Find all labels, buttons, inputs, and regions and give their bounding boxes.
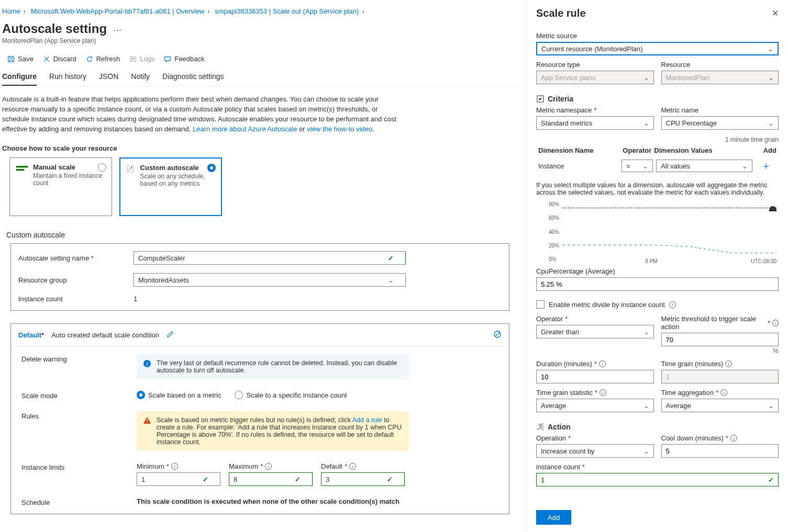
schedule-note: This scale condition is executed when no… [137, 497, 399, 505]
breadcrumb-item[interactable]: Home [2, 7, 20, 15]
svg-point-10 [539, 424, 542, 427]
rules-label: Rules [21, 411, 137, 420]
svg-rect-7 [147, 419, 147, 422]
tab-notify[interactable]: Notify [131, 72, 150, 86]
schedule-label: Schedule [21, 497, 137, 506]
action-icon [536, 423, 545, 431]
tab-configure[interactable]: Configure [2, 72, 37, 86]
scale-rule-blade: Scale rule ✕ Metric source Current resou… [526, 0, 788, 532]
divide-checkbox[interactable] [536, 300, 545, 309]
choice-custom[interactable]: Custom autoscale Scale on any schedule, … [119, 157, 222, 216]
delete-info: i The very last or default recurrence ru… [137, 354, 409, 379]
blade-title: Scale rule ✕ [536, 7, 779, 19]
info-icon[interactable]: i [600, 389, 606, 396]
svg-rect-8 [147, 422, 147, 423]
tabs: Configure Run history JSON Notify Diagno… [0, 67, 518, 86]
svg-rect-1 [16, 166, 28, 167]
default-input[interactable]: 3✓ [321, 472, 405, 486]
resource-type-label: Resource type [536, 61, 654, 69]
save-button[interactable]: Save [7, 55, 34, 63]
breadcrumb-item[interactable]: smpapi38336353 | Scale out (App Service … [215, 7, 359, 15]
info-icon[interactable]: i [772, 320, 779, 326]
action-header: Action [536, 423, 779, 431]
mode-metric[interactable]: Scale based on a metric [137, 391, 221, 399]
close-icon[interactable]: ✕ [772, 8, 779, 18]
feedback-icon [164, 55, 171, 63]
duration-input[interactable] [536, 370, 654, 383]
limits-label: Instance limits [21, 462, 137, 471]
instance-count-input[interactable]: 1✓ [536, 473, 779, 486]
cpu-value[interactable] [536, 277, 779, 291]
rg-select[interactable]: MonitoredAssets⌄ [134, 273, 406, 287]
tab-diagnostic[interactable]: Diagnostic settings [162, 72, 224, 86]
choice-title: Custom autoscale [140, 164, 216, 172]
howto-link[interactable]: view the how-to video [307, 125, 372, 133]
dimension-op-select[interactable]: = [621, 160, 653, 172]
info-icon[interactable]: i [730, 435, 737, 442]
metric-namespace-select[interactable]: Standard metrics [536, 116, 654, 130]
condition-name[interactable]: Default* [18, 331, 44, 339]
refresh-button[interactable]: Refresh [86, 55, 120, 63]
description: Autoscale is a built-in feature that hel… [0, 86, 398, 134]
info-icon[interactable]: i [725, 360, 732, 367]
discard-button[interactable]: Discard [43, 55, 76, 63]
scale-mode-label: Scale mode [21, 391, 137, 400]
custom-header: Custom autoscale [6, 231, 518, 239]
condition-subtitle: Auto created default scale condition [51, 331, 159, 339]
t-agg-select[interactable]: Average [661, 399, 779, 412]
info-icon[interactable]: i [171, 463, 178, 470]
criteria-icon [536, 95, 545, 103]
min-input[interactable]: 1✓ [137, 472, 220, 486]
metric-chart: 80% 60% 40% 20% 0% 8 PM UTC-08:00 [536, 201, 779, 264]
info-icon[interactable]: i [265, 463, 272, 470]
rg-label: Resource group [18, 276, 134, 284]
threshold-input[interactable] [661, 333, 779, 346]
svg-rect-2 [16, 169, 24, 171]
toolbar: Save Discard Refresh Logs Feedback [0, 44, 518, 67]
name-input[interactable]: ComputeScaler✓ [134, 251, 406, 265]
max-input[interactable]: 8✓ [229, 472, 313, 486]
breadcrumb: Home› Microsoft.Web-WebApp-Portal-bb77af… [0, 5, 518, 15]
info-icon[interactable]: i [669, 301, 676, 308]
more-icon[interactable]: ⋯ [113, 26, 121, 35]
cooldown-input[interactable] [661, 444, 779, 458]
custom-scale-icon [127, 165, 135, 174]
name-label: Autoscale setting name * [18, 254, 134, 262]
divide-label: Enable metric divide by instance count [549, 301, 665, 309]
add-dimension-icon[interactable]: ＋ [756, 160, 776, 172]
info-icon[interactable]: i [349, 463, 356, 470]
time-grain-note: 1 minute time grain [536, 136, 779, 143]
learn-link[interactable]: Learn more about Azure Autoscale [193, 125, 297, 133]
dimension-values-select[interactable]: All values [656, 160, 752, 172]
choice-manual[interactable]: Manual scale Maintain a fixed instance c… [9, 157, 112, 216]
add-rule-link[interactable]: Add a rule [352, 416, 382, 424]
page-title: Autoscale setting [2, 21, 107, 36]
page-subtitle: MonitoredPlan (App Service plan) [2, 37, 518, 44]
dimension-name: Instance [538, 162, 618, 170]
disable-icon[interactable] [493, 330, 502, 340]
feedback-button[interactable]: Feedback [164, 55, 204, 63]
choice-desc: Maintain a fixed instance count [33, 172, 106, 187]
info-icon[interactable]: i [599, 360, 606, 367]
tab-json[interactable]: JSON [99, 72, 118, 86]
mode-fixed[interactable]: Scale to a specific instance count [235, 391, 347, 399]
operator-select[interactable]: Greater than [536, 325, 654, 338]
count-value: 1 [134, 295, 137, 303]
tg-stat-select[interactable]: Average [536, 399, 654, 412]
metric-source-select[interactable]: Current resource (MonitoredPlan) [536, 42, 779, 55]
info-icon[interactable]: i [720, 389, 727, 396]
choose-label: Choose how to scale your resource [2, 144, 518, 152]
add-button[interactable]: Add [536, 510, 571, 525]
breadcrumb-item[interactable]: Microsoft.Web-WebApp-Portal-bb77af81-a06… [31, 7, 205, 15]
metric-name-select[interactable]: CPU Percentage [661, 116, 779, 130]
logs-button: Logs [129, 55, 154, 63]
edit-icon[interactable] [167, 331, 174, 339]
save-icon [7, 55, 15, 63]
discard-icon [43, 55, 50, 63]
choice-title: Manual scale [33, 163, 106, 171]
resource-label: Resource [661, 61, 779, 69]
operation-select[interactable]: Increase count by [536, 444, 654, 458]
tab-run-history[interactable]: Run history [49, 72, 86, 86]
default-condition: Default* Auto created default scale cond… [10, 323, 509, 514]
resource-type-select: App Service plans [536, 71, 654, 84]
